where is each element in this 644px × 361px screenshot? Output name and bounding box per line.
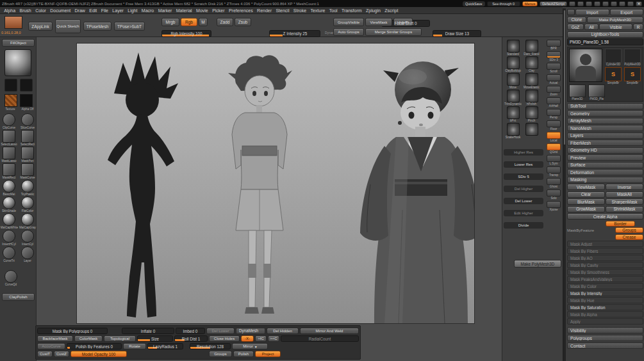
colormask-button[interactable]: ColorMask [74,335,103,342]
masking-list-button[interactable]: Mask Adjust [567,241,643,247]
clone-button[interactable]: Clone [567,17,586,23]
quick-pick-icon[interactable] [21,230,34,243]
viewmask-button[interactable]: ViewMask [365,18,392,26]
z-intensity-slider[interactable]: Z Intensity 25 [269,30,320,37]
menus-button[interactable]: Menus [522,1,538,6]
quick-pick-icon[interactable] [21,180,34,193]
quick-pick-icon[interactable] [21,147,34,159]
geometry-quick-button[interactable]: Lower Res [504,161,543,168]
right-tray-icon[interactable] [547,74,561,81]
quick-pick-icon[interactable] [3,147,15,159]
right-tray-icon[interactable] [547,201,561,208]
dynamesh-header[interactable]: DynaMesh [236,328,265,334]
quick-pick-icon[interactable] [3,213,15,226]
model-opacity-slider[interactable]: Model Opacity 100 [70,351,127,357]
texture-thumbnail[interactable] [4,94,17,107]
palette-section-header[interactable]: Preview [567,154,643,161]
palette-dock-icon[interactable] [594,1,600,6]
load-tool-icon[interactable] [567,9,575,15]
make-polymesh3d-button[interactable]: Make PolyMesh3D [514,260,561,268]
masking-list-button[interactable]: Mask By Fibers [567,248,643,254]
tool-slot-thumbnail[interactable] [605,49,622,63]
palette-section-header[interactable]: NanoMesh [567,125,643,131]
menu-item[interactable]: Macro [140,8,156,13]
auto-groups-button[interactable]: Auto Groups [333,28,364,36]
draw-size-slider[interactable]: Draw Size 13 [433,30,481,37]
right-tray-icon[interactable] [547,155,561,162]
tool-slot-thumbnail[interactable] [569,84,586,97]
goz-visible-button[interactable]: Visible [599,24,632,30]
goz-r-button[interactable]: R [633,24,643,30]
brush-thumbnail[interactable] [525,56,538,69]
menu-item[interactable]: Edit [87,8,99,13]
geometry-quick-button[interactable]: SDiv 5 [504,173,543,180]
palette-dock-icon[interactable] [577,1,584,6]
brush-thumbnail[interactable] [507,90,520,102]
create-alpha-button[interactable]: Create Alpha [567,213,643,220]
palette-section-header[interactable]: Masking [567,177,643,183]
quick-pick-icon[interactable] [3,230,15,243]
right-tray-icon[interactable] [547,51,561,58]
palette-dock-icon[interactable] [602,1,609,6]
fill-object-button[interactable]: FillObject [2,39,35,47]
tool-slot-thumbnail[interactable] [588,84,605,97]
menu-item[interactable]: Document [48,8,72,13]
stroke-dots-icon[interactable] [4,79,17,92]
inflate-slider[interactable]: Inflate 0 [122,328,174,334]
resolution-slider[interactable]: Resolution 128 [190,343,231,349]
rgb-button[interactable]: Rgb [181,18,197,26]
brush-thumbnail[interactable] [525,90,538,102]
tpose-mesh-button[interactable]: TPoseMesh [83,22,111,31]
menu-item[interactable]: Brush [17,8,33,13]
masking-list-button[interactable]: Mask By Cavity [567,262,643,268]
brush-thumbnail[interactable] [525,106,538,119]
geometry-quick-button[interactable]: Higher Res [504,149,543,156]
active-tool-thumbnail[interactable] [569,49,602,82]
mask-by-polygroups-slider[interactable]: Mask By Polygroups 0 [37,328,108,334]
palette-section-header[interactable]: Layers [567,132,643,139]
masking-button[interactable]: BlurMask [567,198,605,205]
right-tray-icon[interactable] [547,132,561,139]
palette-section-header[interactable]: Geometry [567,110,643,116]
masking-button[interactable]: SharpenMask [606,198,643,205]
masking-button[interactable]: GrowMask [567,206,605,213]
brush-thumbnail[interactable] [507,123,520,136]
masking-list-button[interactable]: Mask PeaksAndValleys [567,276,643,282]
goz-button[interactable]: GoZ [567,24,584,30]
see-through-slider[interactable]: See-through 0 [487,1,520,6]
menu-item[interactable]: Color [33,8,48,13]
palette-dock-icon[interactable] [586,1,592,6]
merge-similar-groups-button[interactable]: Merge Similar Groups [365,28,422,36]
masking-list-button[interactable]: Mask By AO [567,255,643,261]
backfacemask-button[interactable]: BackfaceMask [37,335,73,342]
right-tray-icon[interactable] [547,166,561,173]
menu-item[interactable]: Draw [72,8,87,13]
masking-button[interactable]: ViewMask [567,184,605,190]
color-swatch[interactable] [4,16,22,29]
rgb-intensity-slider[interactable]: Rgb Intensity 100 [161,30,211,37]
tool-slot-thumbnail[interactable] [624,49,641,63]
palette-dock-icon[interactable] [611,1,617,6]
mrgb-button[interactable]: Mrgb [161,18,179,26]
menu-item[interactable]: Picker [210,8,227,13]
quick-pick-icon[interactable] [3,246,15,259]
palette-section-header[interactable]: Polygroups [567,335,643,341]
right-tray-icon[interactable] [547,178,561,185]
scrollbar-thumb[interactable] [564,10,565,145]
geometry-quick-button[interactable]: Edit Higher [504,210,543,216]
roll-dist-slider[interactable]: Roll Dist 1 [174,335,208,342]
default-zscript-button[interactable]: DefaultZScript [540,1,567,6]
rotate-button[interactable]: Rotate [123,343,146,349]
menu-item[interactable]: Render [255,8,274,13]
geometry-quick-button[interactable]: Del Lower [504,198,543,204]
masking-list-button[interactable]: Mask By Color [567,283,643,289]
accucurve-button[interactable]: AccuCurve [37,343,65,349]
mirror-and-weld-button[interactable]: Mirror And Weld [300,328,359,334]
alpha-thumbnail[interactable] [20,94,33,107]
right-tray-icon[interactable] [547,63,561,70]
quicksave-button[interactable]: QuickSave [463,1,485,6]
menu-item[interactable]: Material [174,8,194,13]
menu-item[interactable]: Zplugin [364,8,383,13]
menu-item[interactable]: Light [126,8,140,13]
masking-button[interactable]: ShrinkMask [606,206,643,213]
